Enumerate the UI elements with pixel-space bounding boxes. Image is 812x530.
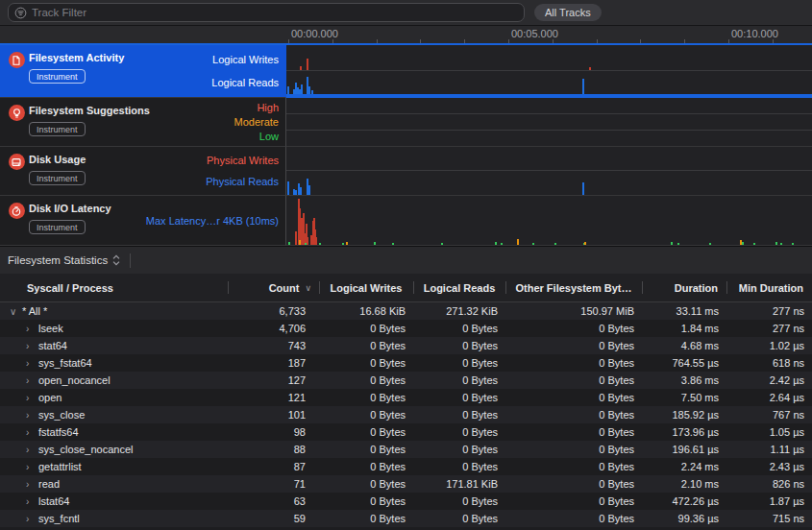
graph-lane bbox=[286, 171, 812, 195]
disclosure-triangle[interactable]: › bbox=[26, 462, 38, 472]
table-row[interactable]: ›stat647430 Bytes0 Bytes0 Bytes4.68 ms1.… bbox=[0, 337, 812, 354]
column-header-label: Logical Writes bbox=[331, 282, 403, 294]
table-row[interactable]: ›open1210 Bytes0 Bytes0 Bytes7.50 ms2.64… bbox=[0, 389, 812, 406]
syscall-name: sys_close bbox=[38, 409, 85, 421]
table-row[interactable]: ›sys_fstat641870 Bytes0 Bytes0 Bytes764.… bbox=[0, 354, 812, 372]
track-header-filesystem-suggestions[interactable]: Filesystem SuggestionsInstrumentHighMode… bbox=[0, 98, 286, 147]
table-row[interactable]: ›getattrlist870 Bytes0 Bytes0 Bytes2.24 … bbox=[0, 458, 812, 475]
track-filter-field[interactable] bbox=[8, 3, 525, 22]
table-cell: 0 Bytes bbox=[505, 426, 642, 438]
table-cell: 764.55 µs bbox=[642, 357, 726, 369]
table-cell: 71 bbox=[228, 478, 319, 490]
table-cell: 3.86 ms bbox=[642, 374, 726, 386]
table-cell: 0 Bytes bbox=[505, 478, 642, 490]
column-header-logical-writes[interactable]: Logical Writes bbox=[319, 274, 413, 301]
column-header-min-duration[interactable]: Min Duration bbox=[726, 274, 812, 301]
table-row[interactable]: ∨* All *6,73316.68 KiB271.32 KiB150.97 M… bbox=[0, 302, 812, 320]
sort-chevron-down-icon: ∨ bbox=[305, 283, 311, 293]
track-graph-filesystem-activity[interactable] bbox=[286, 45, 812, 98]
table-row[interactable]: ›lstat64630 Bytes0 Bytes0 Bytes472.26 µs… bbox=[0, 493, 812, 510]
column-header-count[interactable]: Count∨ bbox=[228, 274, 319, 301]
table-cell: 2.24 ms bbox=[642, 461, 726, 472]
data-spike bbox=[307, 237, 308, 245]
table-cell: 0 Bytes bbox=[505, 513, 642, 524]
column-header-duration[interactable]: Duration bbox=[642, 274, 726, 301]
syscall-name: open bbox=[38, 392, 62, 403]
syscall-name: getattrlist bbox=[38, 461, 82, 472]
latency-event-green bbox=[288, 242, 290, 245]
ruler-time-label: 00:10.000 bbox=[731, 28, 778, 39]
jumpbar-divider bbox=[130, 253, 131, 268]
table-row[interactable]: ›lseek4,7060 Bytes0 Bytes0 Bytes1.84 ms2… bbox=[0, 320, 812, 337]
table-cell: 185.92 µs bbox=[642, 409, 726, 421]
statistics-view-selector[interactable]: Filesystem Statistics bbox=[8, 254, 120, 266]
column-header-other-filesystem-byt-[interactable]: Other Filesystem Byt… bbox=[505, 274, 642, 301]
disclosure-triangle[interactable]: › bbox=[26, 393, 38, 403]
table-cell: 7.50 ms bbox=[642, 392, 726, 403]
column-header-syscall-process[interactable]: Syscall / Process bbox=[0, 274, 228, 301]
latency-event-green bbox=[532, 243, 534, 245]
table-row[interactable]: ›sys_close1010 Bytes0 Bytes0 Bytes185.92… bbox=[0, 406, 812, 423]
latency-event-green bbox=[342, 243, 344, 245]
track-header-disk-usage[interactable]: Disk UsageInstrumentPhysical WritesPhysi… bbox=[0, 147, 286, 196]
latency-event-green bbox=[775, 242, 777, 245]
track-title: Disk Usage bbox=[29, 154, 202, 165]
table-cell: 715 ns bbox=[726, 513, 812, 524]
disclosure-triangle[interactable]: › bbox=[26, 358, 38, 369]
table-cell: 2.43 µs bbox=[726, 461, 812, 472]
latency-event-orange bbox=[299, 240, 301, 245]
disclosure-triangle[interactable]: › bbox=[26, 445, 38, 455]
disclosure-triangle[interactable]: › bbox=[26, 427, 38, 438]
syscall-name: lstat64 bbox=[38, 495, 69, 507]
table-row[interactable]: ›open_nocancel1270 Bytes0 Bytes0 Bytes3.… bbox=[0, 372, 812, 389]
table-cell: 472.26 µs bbox=[642, 495, 726, 507]
disclosure-triangle[interactable]: › bbox=[26, 514, 38, 524]
icon-column bbox=[4, 196, 29, 245]
data-spike bbox=[300, 187, 302, 195]
table-cell: 0 Bytes bbox=[319, 392, 413, 403]
disclosure-triangle[interactable]: › bbox=[26, 479, 38, 490]
table-row[interactable]: ›sys_close_nocancel880 Bytes0 Bytes0 Byt… bbox=[0, 441, 812, 458]
table-row[interactable]: ›sys_fcntl590 Bytes0 Bytes0 Bytes99.36 µ… bbox=[0, 510, 812, 527]
track-graph-disk-usage[interactable] bbox=[286, 147, 812, 196]
column-header-label: Count bbox=[269, 282, 300, 294]
disclosure-triangle[interactable]: › bbox=[26, 496, 38, 507]
latency-event-green bbox=[305, 243, 307, 245]
lane-labels: Max Latency…r 4KB (10ms) bbox=[142, 196, 285, 245]
timeline-ruler[interactable]: 00:00.00000:05.00000:10.000 bbox=[0, 26, 812, 45]
track-graph-disk-i-o-latency[interactable] bbox=[286, 196, 812, 246]
track-header-filesystem-activity[interactable]: Filesystem ActivityInstrumentLogical Wri… bbox=[0, 45, 286, 98]
all-tracks-button[interactable]: All Tracks bbox=[534, 4, 602, 21]
lane-label: Max Latency…r 4KB (10ms) bbox=[146, 215, 279, 227]
disclosure-triangle[interactable]: › bbox=[26, 410, 38, 421]
lightbulb-icon bbox=[9, 105, 25, 121]
disclosure-triangle[interactable]: › bbox=[26, 341, 38, 351]
data-spike bbox=[287, 181, 289, 195]
file-activity-icon bbox=[9, 52, 25, 68]
ruler-minor-tick bbox=[377, 39, 378, 43]
disclosure-triangle[interactable]: › bbox=[26, 324, 38, 334]
statistics-bar: Filesystem Statistics bbox=[0, 246, 812, 274]
track-filter-input[interactable] bbox=[32, 7, 518, 18]
table-row[interactable]: ›fstatfs64980 Bytes0 Bytes0 Bytes173.96 … bbox=[0, 423, 812, 441]
disclosure-triangle[interactable]: ∨ bbox=[10, 306, 22, 317]
track-graph-filesystem-suggestions[interactable] bbox=[286, 98, 812, 147]
column-header-label: Duration bbox=[675, 282, 718, 294]
lane-label: Logical Writes bbox=[212, 54, 279, 65]
ruler-tick-area: 00:00.00000:05.00000:10.000 bbox=[286, 26, 812, 43]
statistics-view-label: Filesystem Statistics bbox=[8, 254, 108, 266]
column-header-label: Syscall / Process bbox=[27, 282, 113, 294]
graph-lane bbox=[286, 114, 812, 131]
table-cell: 98 bbox=[228, 426, 319, 438]
syscall-name: sys_fstat64 bbox=[38, 357, 92, 369]
track-info: Disk UsageInstrument bbox=[29, 147, 202, 195]
disclosure-triangle[interactable]: › bbox=[26, 375, 38, 386]
data-spike bbox=[582, 79, 584, 95]
table-cell: 0 Bytes bbox=[319, 513, 413, 524]
column-header-logical-reads[interactable]: Logical Reads bbox=[413, 274, 505, 301]
track-header-disk-i-o-latency[interactable]: Disk I/O LatencyInstrumentMax Latency…r … bbox=[0, 196, 286, 246]
table-row[interactable]: ›read710 Bytes171.81 KiB0 Bytes2.10 ms82… bbox=[0, 475, 812, 493]
data-spike bbox=[295, 190, 297, 195]
table-cell: 743 bbox=[228, 340, 319, 351]
table-cell: 88 bbox=[228, 444, 319, 455]
